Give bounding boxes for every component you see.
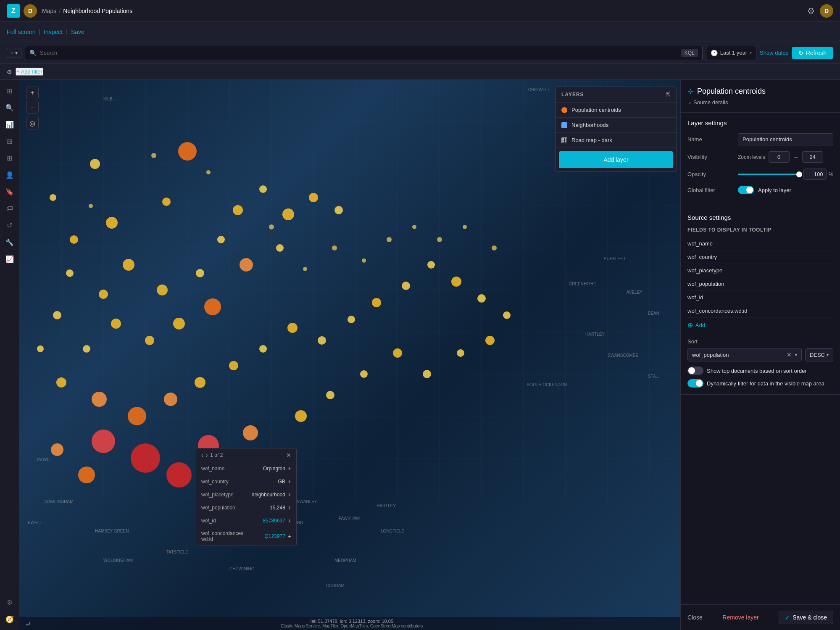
- sidebar-icon-tag[interactable]: 🏷: [2, 201, 17, 216]
- opacity-thumb[interactable]: [796, 171, 802, 177]
- tooltip-add-wof-name[interactable]: +: [288, 465, 291, 472]
- tooltip-add-wof-concordances[interactable]: +: [288, 533, 291, 540]
- source-details-chevron: ›: [689, 100, 691, 105]
- remove-layer-button[interactable]: Remove layer: [722, 614, 758, 621]
- sidebar-icon-search[interactable]: 🔍: [2, 100, 17, 115]
- zoom-min-input[interactable]: [769, 151, 790, 163]
- source-details-row[interactable]: › Source details: [687, 99, 833, 105]
- setting-opacity-value: %: [738, 169, 833, 180]
- tooltip-row-wof-concordances: wof_concordances.wd:id Q123977 +: [196, 527, 296, 546]
- svg-point-89: [387, 237, 392, 242]
- sidebar-icon-compass[interactable]: 🧭: [2, 612, 17, 627]
- sidebar-icon-activity[interactable]: 📈: [2, 251, 17, 266]
- inspect-link[interactable]: Inspect: [44, 29, 63, 35]
- setting-opacity-label: Opacity: [687, 171, 738, 177]
- svg-point-37: [233, 205, 243, 215]
- add-layer-button[interactable]: Add layer: [559, 151, 673, 168]
- breadcrumb-root[interactable]: Maps: [42, 8, 56, 14]
- compass-button[interactable]: ◎: [26, 117, 39, 129]
- zoom-out-button[interactable]: −: [26, 101, 39, 113]
- show-dates-button[interactable]: Show dates: [760, 50, 788, 56]
- setting-globalfilter-row: Global filter Apply to layer: [687, 186, 833, 194]
- sidebar-icon-table[interactable]: ⊟: [2, 134, 17, 149]
- refresh-button[interactable]: ↻ Refresh: [792, 47, 833, 59]
- tooltip-field-wof-concordances: wof_concordances.wd:id: [201, 530, 245, 542]
- map-label-warlingham: WARLINGHAM: [45, 499, 74, 504]
- zoom-arrow-icon: →: [793, 154, 799, 161]
- svg-point-32: [66, 269, 74, 277]
- user-menu[interactable]: D: [820, 4, 833, 18]
- main-area: ⊞ 🔍 📊 ⊟ ⊞ 👤 🔖 🏷 ↺ 🔧 📈 ⚙ 🧭: [0, 80, 840, 630]
- map-attribution: Elastic Maps Service, MapTiler, OpenMapT…: [30, 624, 674, 628]
- sidebar-icon-bookmark[interactable]: 🔖: [2, 184, 17, 199]
- map-label-hartley: HARTLEY: [585, 332, 605, 337]
- panel-title-row: ⊹ Population centroids: [687, 87, 833, 96]
- tooltip-add-wof-country[interactable]: +: [288, 478, 291, 485]
- filter-settings-icon[interactable]: ⚙: [7, 69, 12, 75]
- svg-point-82: [151, 153, 156, 158]
- tooltip-close-button[interactable]: ✕: [286, 452, 291, 459]
- map-area[interactable]: CHIGWELL PURFLEET AVELEY BEAN GREENHITHE…: [19, 80, 680, 630]
- dynamic-filter-toggle[interactable]: [687, 379, 703, 387]
- svg-point-26: [106, 217, 118, 229]
- sort-field-select[interactable]: wof_population ✕ ▾: [687, 348, 802, 361]
- fullscreen-link[interactable]: Full screen: [7, 29, 35, 35]
- sidebar-icon-tools[interactable]: 🔧: [2, 235, 17, 250]
- global-filter-toggle[interactable]: [738, 186, 754, 194]
- fields-title: Fields to display in tooltip: [687, 227, 833, 233]
- sidebar-icon-layers[interactable]: ⊞: [2, 83, 17, 98]
- sidebar-icon-sync[interactable]: ↺: [2, 218, 17, 233]
- map-controls: + − ◎: [26, 87, 39, 129]
- time-selector[interactable]: 🕐 Last 1 year ▾: [706, 46, 756, 60]
- filter-type-selector[interactable]: ≡ ▾: [7, 48, 21, 58]
- tooltip-value-wof-id[interactable]: 85789637: [263, 518, 285, 524]
- source-details-label: Source details: [693, 99, 728, 105]
- sort-options: Show top documents based on sort order D…: [687, 366, 833, 387]
- map-label-swanley: SWANLEY: [297, 499, 317, 504]
- layer-name-input[interactable]: [738, 133, 833, 145]
- top-docs-toggle[interactable]: [687, 366, 703, 375]
- search-input[interactable]: [40, 50, 678, 56]
- zoom-max-input[interactable]: [802, 151, 823, 163]
- add-filter-button[interactable]: + Add filter: [16, 68, 43, 76]
- tooltip-prev-button[interactable]: ‹: [201, 452, 203, 459]
- tooltip-add-wof-id[interactable]: +: [288, 517, 291, 524]
- tooltip-add-wof-placetype[interactable]: +: [288, 491, 291, 498]
- user-avatar[interactable]: D: [24, 4, 37, 18]
- sort-section: Sort wof_population ✕ ▾ DESC ▾: [687, 338, 833, 387]
- sidebar-icon-chart[interactable]: 📊: [2, 117, 17, 132]
- save-link[interactable]: Save: [71, 29, 84, 35]
- svg-point-48: [83, 345, 90, 353]
- zoom-in-button[interactable]: +: [26, 87, 39, 99]
- logo-icon[interactable]: Z: [7, 4, 20, 18]
- top-docs-knob: [688, 367, 695, 374]
- map-label-cobham: COBHAM: [326, 583, 345, 588]
- map-label-tadworth: TADW...: [36, 457, 51, 462]
- layer-item-population[interactable]: Population centroids: [556, 103, 677, 118]
- layer-item-roadmap[interactable]: Road map - dark: [556, 133, 677, 148]
- settings-icon[interactable]: ⚙: [807, 6, 815, 16]
- source-settings-section: Source settings Fields to display in too…: [681, 207, 840, 395]
- svg-point-60: [348, 316, 355, 323]
- map-legend-toggle[interactable]: ⇄: [26, 621, 30, 627]
- top-docs-label: Show top documents based on sort order: [707, 368, 807, 374]
- sidebar-icon-user[interactable]: 👤: [2, 167, 17, 182]
- tooltip-next-button[interactable]: ›: [206, 452, 208, 459]
- opacity-slider[interactable]: [738, 174, 799, 175]
- sort-direction-select[interactable]: DESC ▾: [805, 348, 833, 361]
- opacity-input[interactable]: [803, 169, 827, 180]
- tooltip-value-wof-concordances[interactable]: Q123977: [264, 533, 285, 539]
- setting-globalfilter-label: Global filter: [687, 187, 738, 193]
- sidebar-icon-grid[interactable]: ⊞: [2, 150, 17, 166]
- svg-point-61: [372, 298, 381, 307]
- sidebar-icon-settings[interactable]: ⚙: [2, 595, 17, 610]
- sort-clear-button[interactable]: ✕: [785, 351, 793, 358]
- kql-badge[interactable]: KQL: [681, 49, 698, 57]
- tooltip-add-wof-population[interactable]: +: [288, 504, 291, 511]
- layers-expand-icon[interactable]: ⇱: [666, 91, 671, 98]
- layer-item-neighborhoods[interactable]: Neighborhoods: [556, 118, 677, 133]
- save-close-button[interactable]: ✓ Save & close: [779, 611, 833, 624]
- svg-point-63: [427, 261, 435, 269]
- close-button[interactable]: Close: [687, 614, 703, 621]
- add-field-button[interactable]: ⊕ Add: [687, 318, 833, 332]
